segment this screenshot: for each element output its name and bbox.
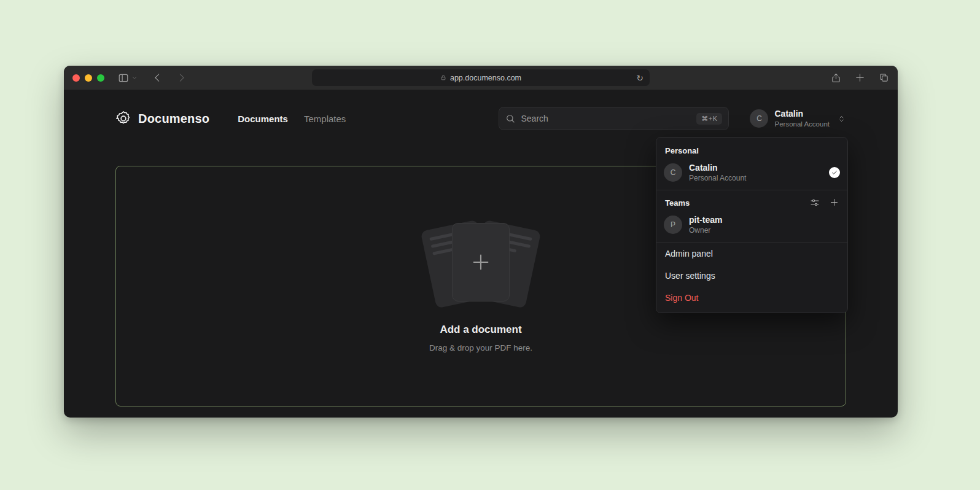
brand-title: Documenso: [138, 112, 209, 126]
lock-icon: [440, 74, 446, 81]
nav-item-documents[interactable]: Documents: [238, 114, 288, 124]
traffic-lights: [72, 74, 104, 82]
sidebar-chevron-icon[interactable]: [131, 75, 138, 81]
avatar: C: [750, 109, 768, 128]
tab-overview-icon[interactable]: [879, 72, 889, 83]
back-button-icon[interactable]: [152, 72, 163, 83]
document-card-center: [452, 223, 510, 301]
url-text: app.documenso.com: [450, 74, 521, 82]
add-team-icon[interactable]: [830, 198, 839, 208]
documenso-logo-icon: [115, 111, 131, 126]
browser-window: app.documenso.com ↻ Documenso: [64, 66, 898, 418]
personal-section-label: Personal: [656, 138, 847, 160]
teams-section-label: Teams: [665, 198, 690, 208]
search-input[interactable]: Search ⌘+K: [499, 107, 729, 130]
refresh-icon[interactable]: ↻: [636, 74, 644, 82]
team-role: Owner: [689, 226, 722, 235]
search-icon: [505, 114, 515, 123]
selected-check-icon: [829, 167, 840, 178]
personal-account-item[interactable]: C Catalin Personal Account: [656, 160, 847, 190]
manage-teams-icon[interactable]: [810, 198, 820, 208]
new-tab-icon[interactable]: [855, 72, 865, 83]
nav-item-templates[interactable]: Templates: [304, 114, 346, 124]
close-window-button[interactable]: [72, 74, 80, 82]
add-document-plus-icon: [470, 252, 491, 273]
stacked-documents-illustration: [413, 223, 548, 304]
search-placeholder: Search: [521, 114, 548, 123]
personal-name: Catalin: [689, 163, 746, 173]
account-name: Catalin: [774, 109, 830, 120]
app-header: Documenso Documents Templates Search ⌘+K…: [64, 90, 898, 130]
zoom-window-button[interactable]: [97, 74, 104, 82]
brand[interactable]: Documenso: [115, 111, 209, 126]
share-icon[interactable]: [831, 72, 841, 84]
team-avatar: P: [664, 216, 682, 234]
personal-role: Personal Account: [689, 174, 746, 182]
account-dropdown-menu: Personal C Catalin Personal Account Team…: [656, 137, 848, 313]
account-role: Personal Account: [774, 120, 830, 128]
menu-item-admin-panel[interactable]: Admin panel: [656, 243, 847, 265]
personal-avatar: C: [664, 163, 682, 182]
team-item[interactable]: P pit-team Owner: [656, 212, 847, 242]
forward-button-icon[interactable]: [176, 72, 187, 83]
browser-toolbar: app.documenso.com ↻: [64, 66, 898, 90]
search-shortcut-badge: ⌘+K: [696, 113, 722, 125]
account-menu-trigger[interactable]: C Catalin Personal Account: [750, 109, 846, 128]
main-nav: Documents Templates: [238, 114, 346, 124]
team-name: pit-team: [689, 215, 722, 225]
address-bar[interactable]: app.documenso.com ↻: [312, 69, 650, 86]
dropzone-subtitle: Drag & drop your PDF here.: [429, 343, 532, 352]
dropzone-title: Add a document: [440, 324, 521, 336]
minimize-window-button[interactable]: [85, 74, 92, 82]
sidebar-toggle-icon[interactable]: [118, 72, 129, 84]
chevron-up-down-icon: [837, 114, 846, 123]
menu-item-user-settings[interactable]: User settings: [656, 265, 847, 287]
menu-item-sign-out[interactable]: Sign Out: [656, 287, 847, 309]
